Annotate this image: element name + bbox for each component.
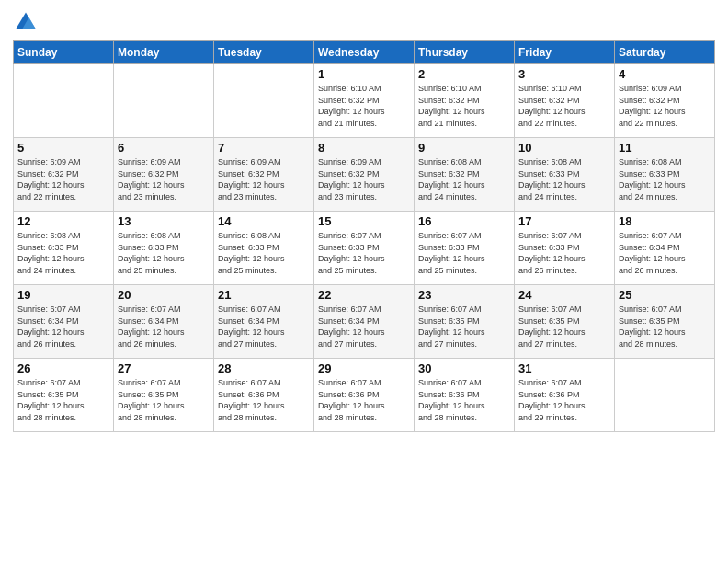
calendar-day-cell: 28Sunrise: 6:07 AM Sunset: 6:36 PM Dayli… — [214, 359, 314, 432]
calendar-week-row: 12Sunrise: 6:08 AM Sunset: 6:33 PM Dayli… — [14, 212, 715, 285]
day-info: Sunrise: 6:08 AM Sunset: 6:33 PM Dayligh… — [118, 230, 210, 276]
calendar-day-cell: 30Sunrise: 6:07 AM Sunset: 6:36 PM Dayli… — [415, 359, 515, 432]
day-number: 11 — [619, 141, 711, 155]
day-info: Sunrise: 6:08 AM Sunset: 6:33 PM Dayligh… — [17, 230, 109, 276]
calendar-week-row: 1Sunrise: 6:10 AM Sunset: 6:32 PM Daylig… — [14, 64, 715, 138]
day-number: 17 — [518, 214, 610, 228]
calendar-day-cell: 12Sunrise: 6:08 AM Sunset: 6:33 PM Dayli… — [14, 212, 114, 285]
calendar-header-row: Sunday Monday Tuesday Wednesday Thursday… — [14, 41, 715, 64]
day-info: Sunrise: 6:08 AM Sunset: 6:32 PM Dayligh… — [418, 156, 510, 202]
day-info: Sunrise: 6:08 AM Sunset: 6:33 PM Dayligh… — [619, 156, 711, 202]
calendar-day-cell: 26Sunrise: 6:07 AM Sunset: 6:35 PM Dayli… — [14, 359, 114, 432]
day-info: Sunrise: 6:10 AM Sunset: 6:32 PM Dayligh… — [518, 83, 610, 129]
calendar-day-cell: 27Sunrise: 6:07 AM Sunset: 6:35 PM Dayli… — [114, 359, 214, 432]
day-info: Sunrise: 6:09 AM Sunset: 6:32 PM Dayligh… — [118, 156, 210, 202]
day-info: Sunrise: 6:07 AM Sunset: 6:36 PM Dayligh… — [518, 377, 610, 423]
page-header — [13, 9, 715, 35]
day-info: Sunrise: 6:07 AM Sunset: 6:35 PM Dayligh… — [518, 304, 610, 350]
day-info: Sunrise: 6:09 AM Sunset: 6:32 PM Dayligh… — [318, 156, 410, 202]
day-info: Sunrise: 6:08 AM Sunset: 6:33 PM Dayligh… — [518, 156, 610, 202]
calendar-day-cell: 18Sunrise: 6:07 AM Sunset: 6:34 PM Dayli… — [615, 212, 715, 285]
calendar-week-row: 26Sunrise: 6:07 AM Sunset: 6:35 PM Dayli… — [14, 359, 715, 432]
calendar-day-cell: 31Sunrise: 6:07 AM Sunset: 6:36 PM Dayli… — [515, 359, 615, 432]
day-info: Sunrise: 6:07 AM Sunset: 6:34 PM Dayligh… — [218, 304, 310, 350]
calendar-day-cell: 6Sunrise: 6:09 AM Sunset: 6:32 PM Daylig… — [114, 138, 214, 212]
day-info: Sunrise: 6:07 AM Sunset: 6:34 PM Dayligh… — [318, 304, 410, 350]
calendar-day-cell: 3Sunrise: 6:10 AM Sunset: 6:32 PM Daylig… — [515, 64, 615, 138]
day-number: 7 — [218, 141, 310, 155]
calendar-day-cell: 7Sunrise: 6:09 AM Sunset: 6:32 PM Daylig… — [214, 138, 314, 212]
header-thursday: Thursday — [415, 41, 515, 64]
day-number: 1 — [318, 67, 410, 81]
day-info: Sunrise: 6:07 AM Sunset: 6:34 PM Dayligh… — [118, 304, 210, 350]
day-number: 6 — [118, 141, 210, 155]
day-number: 20 — [118, 288, 210, 302]
day-info: Sunrise: 6:09 AM Sunset: 6:32 PM Dayligh… — [619, 83, 711, 129]
calendar-table: Sunday Monday Tuesday Wednesday Thursday… — [13, 40, 715, 432]
day-number: 8 — [318, 141, 410, 155]
day-number: 15 — [318, 214, 410, 228]
day-info: Sunrise: 6:09 AM Sunset: 6:32 PM Dayligh… — [218, 156, 310, 202]
calendar-page: Sunday Monday Tuesday Wednesday Thursday… — [0, 0, 728, 563]
header-tuesday: Tuesday — [214, 41, 314, 64]
day-number: 30 — [418, 362, 510, 375]
day-number: 31 — [518, 362, 610, 375]
day-info: Sunrise: 6:07 AM Sunset: 6:34 PM Dayligh… — [17, 304, 109, 350]
day-info: Sunrise: 6:07 AM Sunset: 6:36 PM Dayligh… — [418, 377, 510, 423]
day-number: 19 — [17, 288, 109, 302]
calendar-day-cell: 11Sunrise: 6:08 AM Sunset: 6:33 PM Dayli… — [615, 138, 715, 212]
day-number: 13 — [118, 214, 210, 228]
day-number: 21 — [218, 288, 310, 302]
day-number: 23 — [418, 288, 510, 302]
calendar-day-cell — [615, 359, 715, 432]
day-number: 16 — [418, 214, 510, 228]
calendar-week-row: 5Sunrise: 6:09 AM Sunset: 6:32 PM Daylig… — [14, 138, 715, 212]
day-number: 12 — [17, 214, 109, 228]
logo — [13, 9, 42, 35]
calendar-day-cell: 8Sunrise: 6:09 AM Sunset: 6:32 PM Daylig… — [314, 138, 415, 212]
day-number: 26 — [17, 362, 109, 375]
header-monday: Monday — [114, 41, 214, 64]
calendar-day-cell — [114, 64, 214, 138]
header-sunday: Sunday — [14, 41, 114, 64]
day-info: Sunrise: 6:08 AM Sunset: 6:33 PM Dayligh… — [218, 230, 310, 276]
day-number: 14 — [218, 214, 310, 228]
day-info: Sunrise: 6:10 AM Sunset: 6:32 PM Dayligh… — [418, 83, 510, 129]
day-info: Sunrise: 6:07 AM Sunset: 6:36 PM Dayligh… — [318, 377, 410, 423]
calendar-day-cell: 24Sunrise: 6:07 AM Sunset: 6:35 PM Dayli… — [515, 285, 615, 359]
calendar-day-cell: 29Sunrise: 6:07 AM Sunset: 6:36 PM Dayli… — [314, 359, 415, 432]
day-info: Sunrise: 6:07 AM Sunset: 6:33 PM Dayligh… — [518, 230, 610, 276]
header-friday: Friday — [515, 41, 615, 64]
header-wednesday: Wednesday — [314, 41, 415, 64]
day-info: Sunrise: 6:07 AM Sunset: 6:35 PM Dayligh… — [118, 377, 210, 423]
calendar-day-cell: 10Sunrise: 6:08 AM Sunset: 6:33 PM Dayli… — [515, 138, 615, 212]
calendar-day-cell: 22Sunrise: 6:07 AM Sunset: 6:34 PM Dayli… — [314, 285, 415, 359]
calendar-day-cell: 2Sunrise: 6:10 AM Sunset: 6:32 PM Daylig… — [415, 64, 515, 138]
day-number: 29 — [318, 362, 410, 375]
day-number: 9 — [418, 141, 510, 155]
day-info: Sunrise: 6:07 AM Sunset: 6:35 PM Dayligh… — [619, 304, 711, 350]
day-info: Sunrise: 6:07 AM Sunset: 6:34 PM Dayligh… — [619, 230, 711, 276]
day-number: 24 — [518, 288, 610, 302]
calendar-day-cell: 15Sunrise: 6:07 AM Sunset: 6:33 PM Dayli… — [314, 212, 415, 285]
day-number: 5 — [17, 141, 109, 155]
day-number: 18 — [619, 214, 711, 228]
day-info: Sunrise: 6:07 AM Sunset: 6:33 PM Dayligh… — [318, 230, 410, 276]
calendar-day-cell: 13Sunrise: 6:08 AM Sunset: 6:33 PM Dayli… — [114, 212, 214, 285]
day-number: 27 — [118, 362, 210, 375]
day-number: 4 — [619, 67, 711, 81]
calendar-day-cell: 4Sunrise: 6:09 AM Sunset: 6:32 PM Daylig… — [615, 64, 715, 138]
day-number: 2 — [418, 67, 510, 81]
calendar-day-cell: 17Sunrise: 6:07 AM Sunset: 6:33 PM Dayli… — [515, 212, 615, 285]
header-saturday: Saturday — [615, 41, 715, 64]
calendar-day-cell: 23Sunrise: 6:07 AM Sunset: 6:35 PM Dayli… — [415, 285, 515, 359]
day-number: 22 — [318, 288, 410, 302]
day-info: Sunrise: 6:07 AM Sunset: 6:33 PM Dayligh… — [418, 230, 510, 276]
calendar-day-cell: 19Sunrise: 6:07 AM Sunset: 6:34 PM Dayli… — [14, 285, 114, 359]
day-number: 10 — [518, 141, 610, 155]
calendar-day-cell — [214, 64, 314, 138]
calendar-day-cell: 5Sunrise: 6:09 AM Sunset: 6:32 PM Daylig… — [14, 138, 114, 212]
calendar-day-cell: 9Sunrise: 6:08 AM Sunset: 6:32 PM Daylig… — [415, 138, 515, 212]
calendar-day-cell — [14, 64, 114, 138]
day-info: Sunrise: 6:09 AM Sunset: 6:32 PM Dayligh… — [17, 156, 109, 202]
